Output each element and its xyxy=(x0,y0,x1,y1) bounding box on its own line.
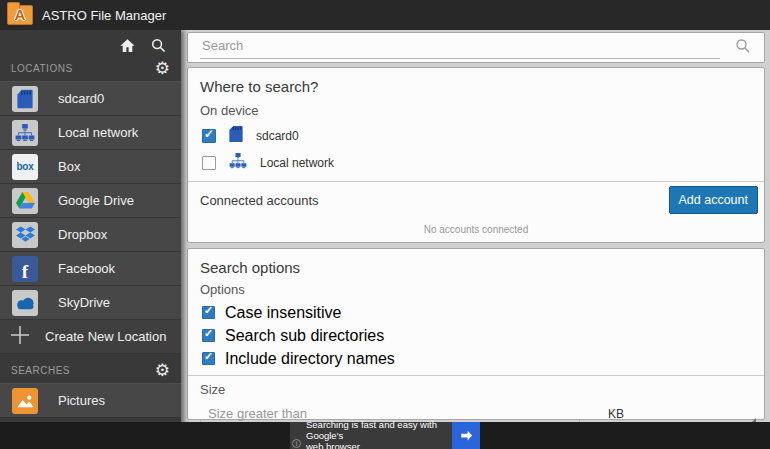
options-panel-title: Search options xyxy=(200,259,752,276)
device-item-sdcard0[interactable]: ✓ sdcard0 xyxy=(188,122,764,149)
sidebar-item-box[interactable]: box Box xyxy=(0,150,181,184)
sidebar-item-skydrive[interactable]: SkyDrive xyxy=(0,286,181,320)
option-label: Case insensitive xyxy=(225,304,342,322)
locations-settings-gear-icon[interactable]: ⚙ xyxy=(155,60,170,77)
searches-settings-gear-icon[interactable]: ⚙ xyxy=(155,362,170,379)
local-network-checkbox[interactable] xyxy=(202,156,216,170)
connected-accounts-row: Connected accounts Add account xyxy=(188,182,764,216)
case-insensitive-checkbox[interactable]: ✓ xyxy=(202,306,215,319)
dropbox-icon xyxy=(12,222,38,248)
sidebar-item-label: Local network xyxy=(58,125,138,140)
ad-banner[interactable]: i Searching is fast and easy with Google… xyxy=(290,422,480,449)
locations-header: LOCATIONS xyxy=(11,63,73,74)
search-options-panel: Search options Options ✓ Case insensitiv… xyxy=(187,248,765,420)
sidebar: LOCATIONS ⚙ sdcard0 Local network box Bo… xyxy=(0,30,181,449)
sdcard-icon xyxy=(12,86,38,112)
no-accounts-text: No accounts connected xyxy=(188,224,764,235)
create-new-location-label: Create New Location xyxy=(45,329,166,344)
sidebar-item-facebook[interactable]: f Facebook xyxy=(0,252,181,286)
locations-header-row: LOCATIONS ⚙ xyxy=(0,56,181,82)
astro-app-icon: A xyxy=(7,5,33,25)
where-to-search-panel: Where to search? On device ✓ sdcard0 Loc… xyxy=(187,67,765,243)
pictures-icon xyxy=(12,388,38,414)
sidebar-toolbar xyxy=(0,30,181,56)
searches-header: SEARCHES xyxy=(11,365,70,376)
sidebar-item-sdcard0[interactable]: sdcard0 xyxy=(0,82,181,116)
search-input[interactable]: Search xyxy=(200,36,720,59)
main-content: Search Where to search? On device ✓ sdca… xyxy=(181,30,770,422)
sdcard-icon xyxy=(229,125,243,147)
options-label: Options xyxy=(200,282,752,297)
plus-icon xyxy=(8,323,32,351)
option-search-sub-directories[interactable]: ✓ Search sub directories xyxy=(188,324,764,347)
facebook-icon: f xyxy=(12,256,38,282)
sidebar-item-google-drive[interactable]: Google Drive xyxy=(0,184,181,218)
box-icon: box xyxy=(12,154,38,180)
sidebar-item-label: Box xyxy=(58,159,80,174)
app-title: ASTRO File Manager xyxy=(42,8,166,23)
device-item-label: Local network xyxy=(260,156,334,170)
sidebar-item-pictures[interactable]: Pictures xyxy=(0,384,181,418)
sidebar-item-label: Google Drive xyxy=(58,193,134,208)
search-icon[interactable] xyxy=(150,37,167,54)
create-new-location-button[interactable]: Create New Location xyxy=(0,320,181,354)
astro-logo-letter: A xyxy=(8,6,32,23)
search-bar-card: Search xyxy=(187,32,765,63)
option-label: Include directory names xyxy=(225,350,395,368)
sidebar-item-label: SkyDrive xyxy=(58,295,110,310)
on-device-label: On device xyxy=(200,103,752,118)
sdcard0-checkbox[interactable]: ✓ xyxy=(202,129,216,143)
ad-text: Searching is fast and easy with Google's… xyxy=(290,422,452,449)
app-title-bar: A ASTRO File Manager xyxy=(0,0,770,30)
skydrive-icon xyxy=(12,290,38,316)
searches-header-row: SEARCHES ⚙ xyxy=(0,354,181,384)
option-label: Search sub directories xyxy=(225,327,384,345)
bottom-ad-bar: i Searching is fast and easy with Google… xyxy=(0,422,770,449)
local-network-icon xyxy=(229,153,247,173)
google-drive-icon xyxy=(12,188,38,214)
sidebar-item-dropbox[interactable]: Dropbox xyxy=(0,218,181,252)
divider xyxy=(188,375,764,376)
local-network-icon xyxy=(12,120,38,146)
search-sub-directories-checkbox[interactable]: ✓ xyxy=(202,329,215,342)
sidebar-item-local-network[interactable]: Local network xyxy=(0,116,181,150)
size-unit-value: KB xyxy=(608,407,624,421)
ad-arrow-button[interactable] xyxy=(452,422,480,449)
option-case-insensitive[interactable]: ✓ Case insensitive xyxy=(188,301,764,324)
search-field-magnifier-icon[interactable] xyxy=(720,37,752,59)
sidebar-item-label: Facebook xyxy=(58,261,115,276)
sidebar-item-label: Pictures xyxy=(58,393,105,408)
device-item-label: sdcard0 xyxy=(256,129,299,143)
sidebar-item-label: sdcard0 xyxy=(58,91,104,106)
home-icon[interactable] xyxy=(119,37,136,54)
size-label: Size xyxy=(200,382,752,397)
include-directory-names-checkbox[interactable]: ✓ xyxy=(202,352,215,365)
connected-accounts-label: Connected accounts xyxy=(200,193,319,208)
where-panel-title: Where to search? xyxy=(200,78,752,95)
ad-info-icon[interactable]: i xyxy=(292,439,301,448)
sidebar-item-label: Dropbox xyxy=(58,227,107,242)
add-account-button[interactable]: Add account xyxy=(669,186,759,214)
option-include-directory-names[interactable]: ✓ Include directory names xyxy=(188,347,764,370)
device-item-local-network[interactable]: Local network xyxy=(188,149,764,176)
